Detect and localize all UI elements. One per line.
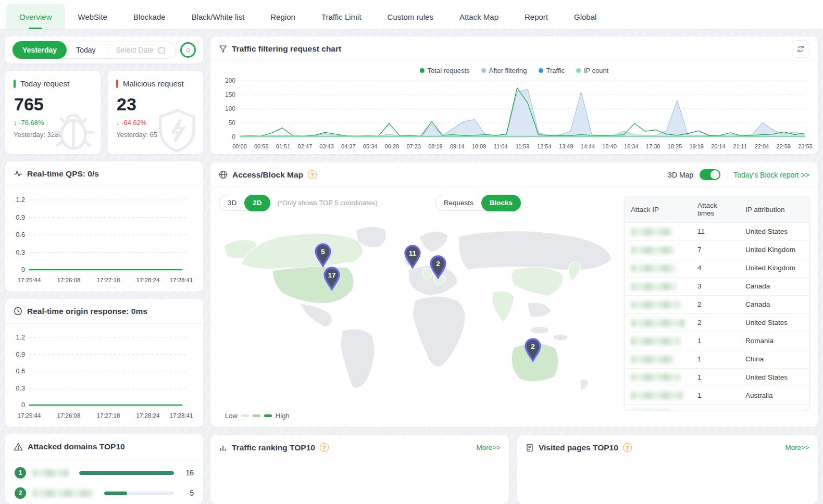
attacked-domain-row: 25 xyxy=(5,483,203,503)
svg-text:200: 200 xyxy=(225,77,235,84)
svg-text:15:40: 15:40 xyxy=(602,143,617,149)
access-block-map-title: Access/Block Map xyxy=(232,170,303,180)
legend-label: IP count xyxy=(584,67,608,74)
traffic-ranking-more-link[interactable]: More>> xyxy=(476,444,501,451)
legend-dot xyxy=(420,68,425,73)
tab-traffic-limit[interactable]: Traffic Limit xyxy=(308,4,375,29)
map-pin[interactable]: 17 xyxy=(323,267,341,291)
attack-times-cell: 4 xyxy=(691,259,739,277)
tab-custom-rules[interactable]: Custom rules xyxy=(375,4,446,29)
map-mode-button-requests[interactable]: Requests xyxy=(435,195,482,211)
traffic-filter-chart: 05010015020000:0000:5501:5102:4703:4304:… xyxy=(216,75,813,153)
svg-text:14:44: 14:44 xyxy=(581,143,595,149)
qps-title: Real-time QPS: 0/s xyxy=(27,169,99,179)
map-dim-button-3d[interactable]: 3D xyxy=(219,195,245,211)
redacted-ip xyxy=(631,410,670,410)
attack-count-value: 5 xyxy=(180,489,194,497)
map-dim-button-2d[interactable]: 2D xyxy=(244,195,270,211)
visited-pages-more-link[interactable]: More>> xyxy=(785,444,809,451)
attack-count-bar xyxy=(79,471,174,475)
attack-table-row: 4United Kingdom xyxy=(625,259,809,277)
svg-text:11:04: 11:04 xyxy=(494,143,508,149)
svg-text:5: 5 xyxy=(321,248,325,256)
map-mode-button-blocks[interactable]: Blocks xyxy=(481,195,521,211)
tab-overview[interactable]: Overview xyxy=(6,4,65,29)
attack-times-cell: 1 xyxy=(691,405,739,410)
malicious-request-label: Malicious request xyxy=(123,79,184,88)
svg-text:100: 100 xyxy=(225,105,235,112)
world-map: 5171122 xyxy=(223,215,615,408)
svg-text:08:19: 08:19 xyxy=(428,143,443,149)
legend-item[interactable]: Traffic xyxy=(539,67,565,74)
svg-text:0.3: 0.3 xyxy=(16,385,25,392)
svg-text:17:25:44: 17:25:44 xyxy=(18,412,41,419)
today-request-card: Today request 765 ↓ -76.68% Yesterday: 3… xyxy=(5,71,101,154)
attack-table-row: 2United States xyxy=(625,313,809,332)
map-pin[interactable]: 11 xyxy=(404,245,421,269)
toggle-knob xyxy=(710,170,719,179)
ip-attribution-cell: Canada xyxy=(739,277,809,295)
legend-dot xyxy=(539,68,543,73)
today-request-label-row: Today request xyxy=(14,79,92,88)
redacted-domain xyxy=(32,489,94,497)
select-date-placeholder: Select Date xyxy=(116,46,154,54)
malicious-request-card: Malicious request 23 ↓ -64.62% Yesterday… xyxy=(108,71,203,154)
ip-attribution-cell: Canada xyxy=(739,295,809,313)
svg-text:00:55: 00:55 xyxy=(254,143,269,149)
attack-table-row: 1China xyxy=(625,350,809,368)
svg-text:2: 2 xyxy=(436,260,440,268)
help-icon[interactable]: ? xyxy=(308,170,317,179)
yesterday-button[interactable]: Yesterday xyxy=(13,41,67,59)
legend-item[interactable]: After filtering xyxy=(481,67,527,74)
today-request-label: Today request xyxy=(20,79,69,88)
tab-attack-map[interactable]: Attack Map xyxy=(446,4,512,29)
attack-times-cell: 1 xyxy=(691,368,739,386)
redacted-ip xyxy=(631,356,674,363)
tab-black-white-list[interactable]: Black/White list xyxy=(179,4,258,29)
legend-item[interactable]: Total requests xyxy=(420,67,470,74)
svg-text:05:34: 05:34 xyxy=(363,143,378,149)
map-pin[interactable]: 2 xyxy=(429,255,447,279)
refresh-button[interactable] xyxy=(792,40,809,58)
3d-map-toggle[interactable] xyxy=(700,169,720,180)
attack-table-row: 1Australia xyxy=(625,386,809,405)
svg-text:12:54: 12:54 xyxy=(537,143,552,149)
svg-text:04:37: 04:37 xyxy=(341,143,356,149)
legend-dash-high xyxy=(264,414,272,417)
svg-text:50: 50 xyxy=(229,119,236,127)
map-note: (*Only shows TOP 5 coordinates) xyxy=(278,199,378,207)
tab-region[interactable]: Region xyxy=(257,4,308,29)
legend-label: After filtering xyxy=(489,67,527,74)
map-pin[interactable]: 5 xyxy=(314,243,332,267)
block-report-link[interactable]: Today's Block report >> xyxy=(733,171,809,179)
origin-response-chart: 1.20.90.60.3017:25:4417:26:0817:27:1817:… xyxy=(8,328,196,423)
tab-report[interactable]: Report xyxy=(512,4,561,29)
svg-text:21:11: 21:11 xyxy=(733,143,747,149)
svg-text:01:51: 01:51 xyxy=(276,143,291,149)
tab-website[interactable]: WebSite xyxy=(65,4,120,29)
svg-text:17:28:41: 17:28:41 xyxy=(170,412,193,419)
tab-global[interactable]: Global xyxy=(561,4,609,29)
tab-blockade[interactable]: Blockade xyxy=(120,4,179,29)
svg-text:0.3: 0.3 xyxy=(16,249,25,256)
redacted-domain xyxy=(32,469,69,477)
bug-icon xyxy=(47,104,99,154)
legend-item[interactable]: IP count xyxy=(576,67,608,74)
attack-ip-cell xyxy=(625,241,691,259)
attack-table-row: 1Germany xyxy=(625,405,809,410)
svg-text:02:47: 02:47 xyxy=(298,143,313,149)
attack-ip-cell xyxy=(625,295,691,313)
attack-times-cell: 11 xyxy=(691,223,739,241)
help-icon[interactable]: ? xyxy=(320,443,329,452)
redacted-ip xyxy=(631,392,683,399)
help-icon[interactable]: ? xyxy=(623,443,632,452)
legend-dash-mid xyxy=(253,414,260,417)
traffic-filter-chart-card: Traffic filtering request chart Total re… xyxy=(210,36,818,154)
today-button[interactable]: Today xyxy=(66,42,106,59)
ip-attribution-cell: United States xyxy=(739,368,809,386)
green-marker xyxy=(14,80,16,88)
map-pin[interactable]: 2 xyxy=(524,338,542,362)
svg-text:20:14: 20:14 xyxy=(711,143,726,149)
select-date-input[interactable]: Select Date xyxy=(106,42,176,59)
attack-ip-table[interactable]: Attack IPAttack timesIP attribution 11Un… xyxy=(624,196,809,410)
